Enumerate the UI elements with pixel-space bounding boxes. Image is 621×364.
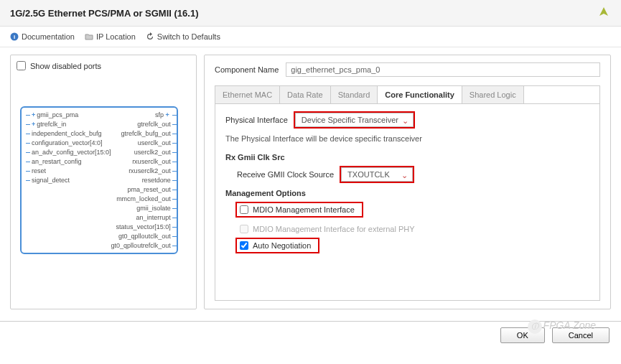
port-out: gtrefclk_bufg_out: [121, 129, 177, 138]
port-out: sfp +: [155, 111, 177, 119]
info-icon: i: [10, 32, 19, 41]
port-in: +gtrefclk_in: [26, 120, 111, 129]
port-in: signal_detect: [26, 176, 111, 185]
mdio-ext-row: MDIO Management Interface for external P…: [240, 225, 589, 233]
block-preview-panel: Show disabled ports +gmii_pcs_pma+gtrefc…: [10, 55, 197, 309]
port-in: independent_clock_bufg: [26, 129, 111, 138]
tab-bar: Ethernet MACData RateStandardCore Functi…: [215, 85, 600, 103]
port-in: an_restart_config: [26, 157, 111, 166]
mdio-mgmt-row[interactable]: MDIO Management Interface: [237, 203, 362, 216]
receive-gmii-dropdown[interactable]: TXOUTCLK ⌄: [341, 167, 413, 182]
port-in: reset: [26, 167, 111, 175]
component-name-label: Component Name: [215, 65, 279, 74]
refresh-icon: [146, 32, 154, 41]
port-in: an_adv_config_vector[15:0]: [26, 148, 111, 157]
port-out: an_interrupt: [136, 213, 177, 222]
tab-shared-logic[interactable]: Shared Logic: [462, 86, 524, 103]
tab-data-rate[interactable]: Data Rate: [280, 86, 331, 103]
port-out: rxuserclk2_out: [129, 167, 177, 175]
port-out: gtrefclk_out: [137, 120, 177, 129]
port-out: userclk_out: [138, 139, 177, 147]
ok-button[interactable]: OK: [500, 327, 545, 343]
management-options-title: Management Options: [225, 189, 589, 197]
port-out: resetdone: [142, 176, 177, 185]
mdio-mgmt-checkbox[interactable]: [240, 205, 248, 214]
physical-interface-info: The Physical Interface will be device sp…: [225, 134, 589, 143]
show-disabled-label: Show disabled ports: [30, 62, 101, 70]
port-out: rxuserclk_out: [132, 157, 177, 166]
cancel-button[interactable]: Cancel: [552, 327, 610, 343]
port-out: mmcm_locked_out: [116, 195, 177, 203]
auto-negotiation-checkbox[interactable]: [240, 241, 248, 250]
mdio-mgmt-label: MDIO Management Interface: [253, 205, 355, 214]
tab-content-core-functionality: Physical Interface Device Specific Trans…: [215, 103, 600, 301]
auto-negotiation-label: Auto Negotiation: [253, 241, 311, 250]
chevron-down-icon: ⌄: [401, 171, 408, 180]
documentation-link[interactable]: i Documentation: [10, 32, 75, 41]
receive-gmii-label: Receive GMII Clock Source: [237, 170, 334, 179]
tab-ethernet-mac[interactable]: Ethernet MAC: [215, 86, 280, 103]
port-out: userclk2_out: [134, 148, 177, 157]
show-disabled-checkbox[interactable]: [17, 61, 26, 70]
configuration-panel: Component Name Ethernet MACData RateStan…: [204, 55, 611, 309]
tab-core-functionality[interactable]: Core Functionality: [378, 86, 462, 103]
rx-gmii-section-title: Rx Gmii Clk Src: [225, 153, 589, 162]
port-out: gt0_qplloutclk_out: [118, 232, 177, 241]
ip-location-link[interactable]: IP Location: [85, 32, 136, 41]
vendor-logo: [597, 6, 611, 20]
mdio-ext-label: MDIO Management Interface for external P…: [253, 225, 415, 233]
chevron-down-icon: ⌄: [402, 116, 408, 126]
port-out: gt0_qplloutrefclk_out: [111, 241, 177, 250]
physical-interface-dropdown[interactable]: Device Specific Transceiver ⌄: [295, 113, 414, 127]
ip-block-diagram: +gmii_pcs_pma+gtrefclk_inindependent_clo…: [20, 106, 178, 254]
auto-negotiation-row[interactable]: Auto Negotiation: [237, 239, 318, 252]
port-out: pma_reset_out: [128, 185, 177, 194]
port-in: configuration_vector[4:0]: [26, 139, 111, 147]
port-out: gmii_isolate: [136, 204, 177, 213]
tab-standard[interactable]: Standard: [331, 86, 378, 103]
mdio-ext-checkbox: [240, 225, 248, 233]
svg-text:i: i: [14, 34, 15, 40]
port-out: status_vector[15:0]: [116, 223, 177, 231]
port-in: +gmii_pcs_pma: [26, 111, 111, 119]
component-name-input[interactable]: [286, 62, 600, 77]
folder-icon: [85, 32, 93, 41]
physical-interface-label: Physical Interface: [225, 116, 288, 124]
page-title: 1G/2.5G Ethernet PCS/PMA or SGMII (16.1): [10, 8, 198, 19]
switch-defaults-link[interactable]: Switch to Defaults: [146, 32, 220, 41]
